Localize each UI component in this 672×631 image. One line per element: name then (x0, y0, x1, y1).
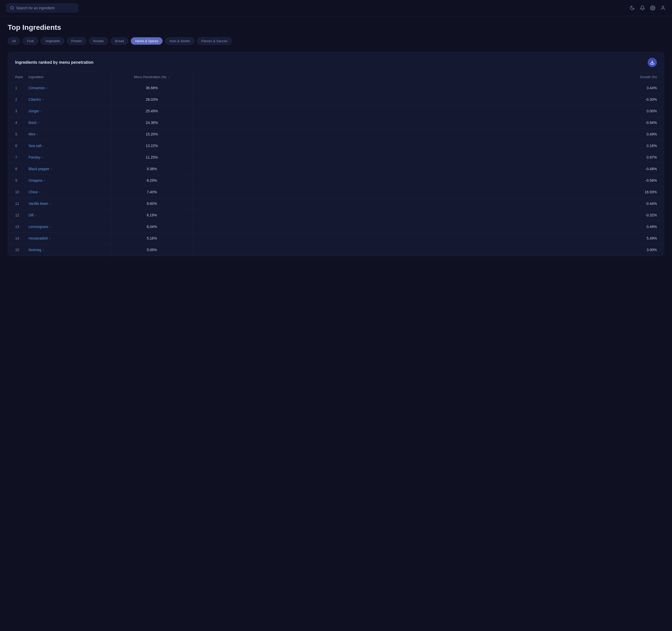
search-input[interactable] (16, 6, 74, 10)
filter-tab-vegetable[interactable]: Vegetable (41, 37, 64, 45)
ingredient-link[interactable]: Cinnamon › (28, 86, 111, 90)
growth-cell: -0.94% (193, 117, 664, 128)
growth-cell: -0.32% (193, 209, 664, 221)
chevron-right-icon: › (41, 110, 42, 113)
ingredient-cell[interactable]: Oregano › (28, 175, 111, 186)
ingredient-cell[interactable]: Ginger › (28, 106, 111, 117)
penetration-cell: 15.20% (111, 128, 193, 140)
bell-icon[interactable] (640, 5, 645, 11)
chevron-right-icon: › (42, 98, 43, 101)
svg-point-0 (10, 6, 14, 9)
ingredient-link[interactable]: Oregano › (28, 178, 111, 183)
ingredient-link[interactable]: Chive › (28, 190, 111, 194)
filter-tab-nuts-seeds[interactable]: Nuts & Seeds (165, 37, 194, 45)
rank-cell: 2 (8, 94, 28, 106)
rank-column-header: Rank (8, 72, 28, 82)
penetration-cell: 9.38% (111, 163, 193, 175)
ingredient-name: Vanilla bean (28, 202, 48, 206)
ingredient-link[interactable]: Black pepper › (28, 167, 111, 171)
penetration-column-header[interactable]: Menu Penetration (%) ↓ (111, 72, 193, 82)
table-row: 4 Basil › 24.38% -0.94% (8, 117, 664, 128)
ingredient-link[interactable]: Horseradish › (28, 236, 111, 240)
table-row: 9 Oregano › 8.29% -0.56% (8, 175, 664, 186)
page-title: Top Ingredients (8, 23, 664, 31)
ingredient-name: Chive (28, 190, 38, 194)
ingredient-cell[interactable]: Dill › (28, 209, 111, 221)
growth-cell: -0.44% (193, 198, 664, 209)
moon-icon[interactable] (629, 5, 635, 11)
penetration-cell: 6.60% (111, 198, 193, 209)
chevron-right-icon: › (47, 86, 48, 90)
svg-point-2 (662, 6, 664, 8)
search-box[interactable] (6, 4, 78, 12)
ingredient-cell[interactable]: Cilantro › (28, 94, 111, 106)
ingredients-table: Rank Ingredient Menu Penetration (%) ↓ G… (8, 72, 664, 256)
ingredient-cell[interactable]: Cinnamon › (28, 82, 111, 94)
penetration-cell: 5.09% (111, 244, 193, 256)
ingredient-link[interactable]: Ginger › (28, 109, 111, 113)
filter-tab-noodle[interactable]: Noodle (89, 37, 108, 45)
ingredient-link[interactable]: Sea salt › (28, 144, 111, 148)
ingredient-cell[interactable]: Parsley › (28, 151, 111, 163)
penetration-cell: 8.29% (111, 175, 193, 186)
ingredient-cell[interactable]: Horseradish › (28, 233, 111, 244)
ingredient-link[interactable]: Parsley › (28, 155, 111, 159)
ingredient-link[interactable]: Lemongrass › (28, 225, 111, 229)
ingredient-cell[interactable]: Sea salt › (28, 140, 111, 151)
ingredient-link[interactable]: Mint › (28, 132, 111, 136)
download-button[interactable] (648, 58, 657, 67)
svg-point-1 (652, 7, 653, 9)
header-icons (629, 5, 666, 11)
ingredient-link[interactable]: Nutmeg › (28, 248, 111, 252)
ingredient-cell[interactable]: Basil › (28, 117, 111, 128)
ingredient-link[interactable]: Vanilla bean › (28, 202, 111, 206)
ingredient-link[interactable]: Dill › (28, 213, 111, 217)
penetration-cell: 36.68% (111, 82, 193, 94)
filter-tab-herbs-spices[interactable]: Herbs & Spices (131, 37, 163, 45)
chevron-right-icon: › (50, 202, 51, 205)
ingredient-cell[interactable]: Chive › (28, 186, 111, 198)
ingredient-name: Mint (28, 132, 35, 136)
growth-cell: 3.44% (193, 82, 664, 94)
rank-cell: 15 (8, 244, 28, 256)
ingredient-cell[interactable]: Lemongrass › (28, 221, 111, 233)
penetration-cell: 28.03% (111, 94, 193, 106)
user-icon[interactable] (660, 5, 666, 11)
filter-tab-fruit[interactable]: Fruit (23, 37, 38, 45)
settings-icon[interactable] (650, 5, 655, 11)
table-title: Ingredients ranked by menu penetration (15, 60, 94, 65)
rank-cell: 9 (8, 175, 28, 186)
ingredient-link[interactable]: Cilantro › (28, 97, 111, 101)
table-row: 3 Ginger › 25.49% 0.00% (8, 106, 664, 117)
ingredient-name: Cinnamon (28, 86, 45, 90)
filter-tab-bread[interactable]: Bread (111, 37, 128, 45)
table-row: 10 Chive › 7.40% 16.93% (8, 186, 664, 198)
ingredient-name: Black pepper (28, 167, 50, 171)
growth-cell: 0.49% (193, 221, 664, 233)
rank-cell: 1 (8, 82, 28, 94)
header (0, 0, 672, 16)
ingredient-cell[interactable]: Mint › (28, 128, 111, 140)
ingredient-name: Horseradish (28, 236, 48, 240)
ingredient-cell[interactable]: Black pepper › (28, 163, 111, 175)
growth-cell: -0.56% (193, 175, 664, 186)
chevron-right-icon: › (37, 133, 38, 136)
growth-column-header: Growth (%) (193, 72, 664, 82)
penetration-cell: 24.38% (111, 117, 193, 128)
growth-cell: 5.49% (193, 233, 664, 244)
ingredient-link[interactable]: Basil › (28, 120, 111, 125)
filter-tab-protein[interactable]: Protein (67, 37, 86, 45)
rank-cell: 3 (8, 106, 28, 117)
rank-cell: 8 (8, 163, 28, 175)
filter-tab-flavors-sauces[interactable]: Flavors & Sauces (197, 37, 232, 45)
ingredient-name: Parsley (28, 155, 41, 159)
chevron-right-icon: › (43, 144, 44, 147)
filter-tab-all[interactable]: All (8, 37, 20, 45)
ingredient-cell[interactable]: Nutmeg › (28, 244, 111, 256)
growth-cell: 3.00% (193, 244, 664, 256)
ingredient-name: Oregano (28, 178, 42, 183)
ingredient-cell[interactable]: Vanilla bean › (28, 198, 111, 209)
table-row: 1 Cinnamon › 36.68% 3.44% (8, 82, 664, 94)
table-row: 7 Parsley › 11.25% 0.97% (8, 151, 664, 163)
growth-cell: 16.93% (193, 186, 664, 198)
